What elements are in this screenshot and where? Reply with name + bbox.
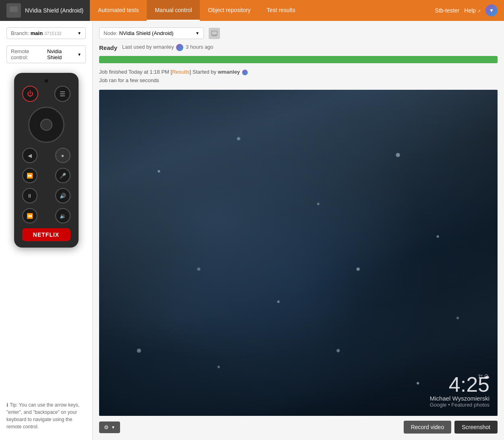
sidebar: Branch: main 3715132 ▼ Remote control: N… (0, 21, 93, 440)
remote-name: Nvidia Shield (47, 48, 76, 60)
job-info: Job finished Today at 1:18 PM [Results] … (99, 68, 498, 85)
tab-test-results[interactable]: Test results (259, 0, 303, 21)
back-button[interactable]: ◀ (22, 148, 37, 163)
power-button[interactable]: ⏻ (22, 86, 38, 102)
node-label: Node: (104, 30, 118, 36)
screenshot-image: 7° 🌥 4:25 Michael Wyszomierski Google • … (99, 90, 498, 416)
action-buttons: Record video Screenshot (404, 421, 498, 434)
screenshot-time: 4:25 (430, 374, 489, 395)
main-content: Node: NVidia Shield (Android) ▼ Ready La… (93, 21, 504, 440)
branch-chevron-icon: ▼ (77, 31, 81, 35)
stb-tester-link[interactable]: Stb-tester (435, 7, 460, 14)
screenshot-photographer: Michael Wyszomierski (430, 395, 489, 402)
forward-mic-row: ⏩ 🎤 (19, 168, 74, 183)
rewind-voldown-row: ⏪ 🔉 (19, 208, 74, 223)
progress-bar (99, 56, 498, 63)
top-nav: NVidia Shield (Android) Automated tests … (0, 0, 504, 21)
select-button[interactable]: ● (55, 148, 71, 163)
screenshot-display: 7° 🌥 4:25 Michael Wyszomierski Google • … (99, 90, 498, 416)
svg-rect-1 (11, 12, 16, 14)
status-row: Ready Last used by wmanley 3 hours ago (99, 44, 498, 51)
info-icon: ℹ (6, 402, 10, 408)
remote-control-selector[interactable]: Remote control: Nvidia Shield ▼ (6, 45, 86, 63)
help-link[interactable]: Help ↗ (464, 7, 481, 14)
branch-hash: 3715132 (44, 31, 62, 36)
fast-forward-button[interactable]: ⏩ (22, 168, 37, 183)
screenshot-info: 4:25 Michael Wyszomierski Google • Featu… (430, 374, 489, 408)
user-avatar[interactable]: ▼ (485, 4, 498, 17)
svg-rect-0 (10, 6, 18, 12)
record-video-button[interactable]: Record video (404, 421, 452, 434)
screenshot-source: Google • Featured photos (430, 402, 489, 408)
dpad[interactable] (28, 107, 64, 143)
user-avatar-small (176, 44, 183, 51)
job-user: wmanley (218, 69, 240, 75)
tab-object-repository[interactable]: Object repository (200, 0, 259, 21)
rewind-button[interactable]: ⏪ (22, 208, 37, 223)
vol-up-button[interactable]: 🔊 (55, 188, 71, 203)
node-thumbnail-button[interactable] (209, 28, 220, 39)
job-user-icon (242, 70, 248, 75)
remote-body: ⏻ ☰ ◀ ● ⏩ 🎤 ⏸ (14, 73, 79, 248)
remote-graphic: ⏻ ☰ ◀ ● ⏩ 🎤 ⏸ (6, 70, 86, 392)
branch-selector[interactable]: Branch: main 3715132 ▼ (6, 27, 86, 39)
menu-button[interactable]: ☰ (54, 86, 71, 102)
play-pause-button[interactable]: ⏸ (22, 188, 37, 203)
job-duration: Job ran for a few seconds (99, 76, 498, 85)
playpause-vol-row: ⏸ 🔊 (19, 188, 74, 203)
action-row: ⚙ ▼ Record video Screenshot (99, 421, 498, 434)
tab-automated-tests[interactable]: Automated tests (90, 0, 147, 21)
tip-text: ℹ Tip: You can use the arrow keys, "ente… (6, 398, 86, 434)
gear-icon: ⚙ (104, 424, 109, 430)
branch-name: main (31, 30, 43, 36)
external-link-icon: ↗ (477, 9, 481, 13)
node-selector[interactable]: Node: NVidia Shield (Android) ▼ (99, 27, 204, 39)
node-chevron-icon: ▼ (195, 31, 199, 35)
remote-top-row: ⏻ ☰ (19, 86, 74, 102)
nav-brand: NVidia Shield (Android) (0, 0, 90, 21)
svg-rect-2 (10, 14, 17, 14)
dpad-center[interactable] (40, 119, 52, 131)
back-select-row: ◀ ● (19, 148, 74, 163)
job-results-link[interactable]: Results (172, 69, 189, 75)
remote-sensor (45, 79, 48, 83)
vol-down-button[interactable]: 🔉 (55, 208, 71, 223)
nav-tabs: Automated tests Manual control Object re… (90, 0, 428, 21)
node-name: NVidia Shield (Android) (119, 30, 174, 36)
brand-title: NVidia Shield (Android) (25, 7, 83, 14)
settings-button[interactable]: ⚙ ▼ (99, 421, 120, 433)
remote-label: Remote control: (11, 48, 46, 60)
remote-chevron-icon: ▼ (77, 52, 81, 57)
job-finished-line: Job finished Today at 1:18 PM [Results] … (99, 68, 498, 76)
mic-button[interactable]: 🎤 (55, 168, 71, 183)
node-row: Node: NVidia Shield (Android) ▼ (99, 27, 498, 39)
water-droplets (99, 90, 498, 416)
netflix-button[interactable]: NETFLIX (22, 228, 71, 241)
screenshot-button[interactable]: Screenshot (454, 421, 498, 434)
tab-manual-control[interactable]: Manual control (147, 0, 200, 21)
settings-chevron-icon: ▼ (111, 425, 115, 430)
nav-right: Stb-tester Help ↗ ▼ (429, 0, 504, 21)
device-icon (6, 3, 21, 18)
status-meta: Last used by wmanley 3 hours ago (122, 44, 214, 51)
branch-label: Branch: (11, 30, 29, 36)
main-layout: Branch: main 3715132 ▼ Remote control: N… (0, 21, 504, 440)
avatar-icon: ▼ (489, 8, 494, 13)
status-badge: Ready (99, 44, 117, 51)
